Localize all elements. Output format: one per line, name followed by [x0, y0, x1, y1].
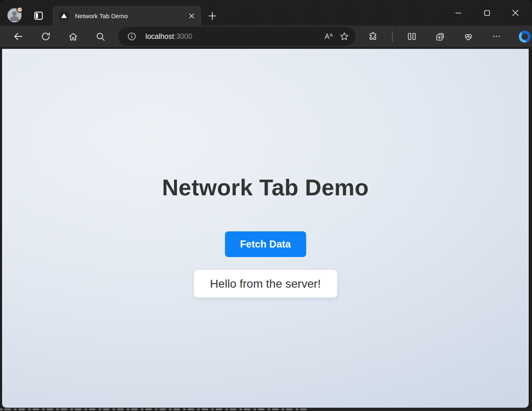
minimize-button[interactable]	[446, 2, 471, 23]
star-icon	[339, 31, 349, 41]
avatar-badge	[17, 7, 23, 13]
home-button[interactable]	[64, 28, 82, 45]
url-port: :3000	[174, 32, 192, 41]
favorites-button[interactable]	[336, 29, 352, 44]
close-icon	[512, 10, 519, 16]
copilot-icon	[518, 30, 531, 43]
browser-window: Network Tab Demo	[0, 0, 532, 411]
new-tab-button[interactable]	[205, 9, 220, 23]
read-aloud-icon	[324, 31, 334, 41]
page-title: Network Tab Demo	[162, 174, 369, 201]
plus-icon	[208, 12, 216, 20]
profile-avatar[interactable]	[7, 8, 22, 22]
bottom-edge-artifact	[0, 409, 309, 410]
settings-more-button[interactable]	[487, 28, 505, 45]
title-bar: Network Tab Demo	[0, 0, 532, 26]
collections-icon	[435, 31, 445, 41]
collections-button[interactable]	[431, 28, 449, 45]
browser-toolbar: localhost:3000	[0, 26, 532, 48]
close-icon	[189, 13, 194, 19]
refresh-button[interactable]	[36, 28, 55, 45]
heart-pulse-icon	[463, 31, 474, 42]
search-icon	[96, 32, 105, 41]
toolbar-divider	[392, 31, 393, 42]
info-icon	[127, 32, 136, 41]
search-button[interactable]	[91, 28, 109, 45]
fetch-data-button[interactable]: Fetch Data	[225, 231, 306, 257]
url-host: localhost	[145, 32, 174, 41]
maximize-icon	[484, 10, 490, 16]
back-button[interactable]	[9, 28, 27, 45]
tab-close-button[interactable]	[186, 10, 197, 22]
browser-tab-active[interactable]: Network Tab Demo	[53, 6, 201, 26]
page-viewport: Network Tab Demo Fetch Data Hello from t…	[2, 49, 529, 408]
refresh-icon	[41, 32, 51, 41]
nav-buttons	[9, 28, 109, 45]
address-bar[interactable]: localhost:3000	[118, 27, 355, 46]
extensions-button[interactable]	[364, 28, 382, 45]
minimize-icon	[455, 10, 462, 16]
window-controls	[446, 0, 528, 26]
ellipsis-icon	[492, 32, 501, 41]
extensions-puzzle-icon	[368, 31, 378, 41]
back-arrow-icon	[13, 31, 23, 41]
tab-actions-icon	[33, 10, 44, 21]
url-text: localhost:3000	[145, 32, 321, 41]
site-info-button[interactable]	[126, 30, 138, 43]
window-bottom-frame	[0, 408, 532, 411]
tab-title: Network Tab Demo	[75, 12, 186, 19]
split-screen-icon	[407, 31, 417, 41]
split-screen-button[interactable]	[403, 28, 421, 45]
server-message-text: Hello from the server!	[210, 277, 321, 291]
server-message-card: Hello from the server!	[194, 270, 337, 298]
home-icon	[68, 32, 78, 41]
maximize-button[interactable]	[474, 2, 499, 23]
toolbar-right-cluster	[364, 28, 532, 45]
browser-essentials-button[interactable]	[459, 28, 477, 45]
tab-actions-button[interactable]	[31, 9, 46, 22]
read-aloud-button[interactable]	[321, 29, 336, 44]
site-favicon-icon	[58, 10, 70, 22]
copilot-button[interactable]	[515, 28, 532, 45]
close-window-button[interactable]	[503, 2, 528, 23]
